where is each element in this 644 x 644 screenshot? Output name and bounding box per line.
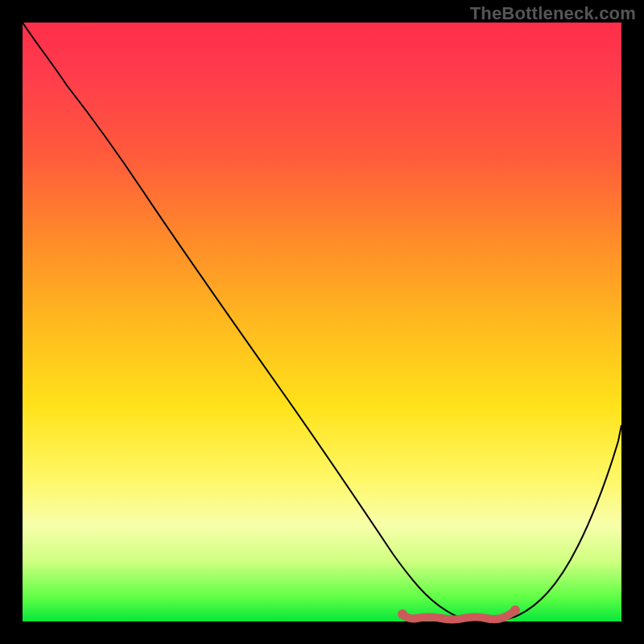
chart-container: TheBottleneck.com <box>0 0 644 644</box>
watermark-text: TheBottleneck.com <box>470 3 636 24</box>
chart-svg <box>23 23 621 621</box>
marker-dot-right <box>510 605 520 615</box>
minimum-highlight <box>402 610 515 620</box>
bottleneck-curve <box>23 23 621 621</box>
plot-area <box>23 23 621 621</box>
marker-dot-left <box>398 609 407 619</box>
